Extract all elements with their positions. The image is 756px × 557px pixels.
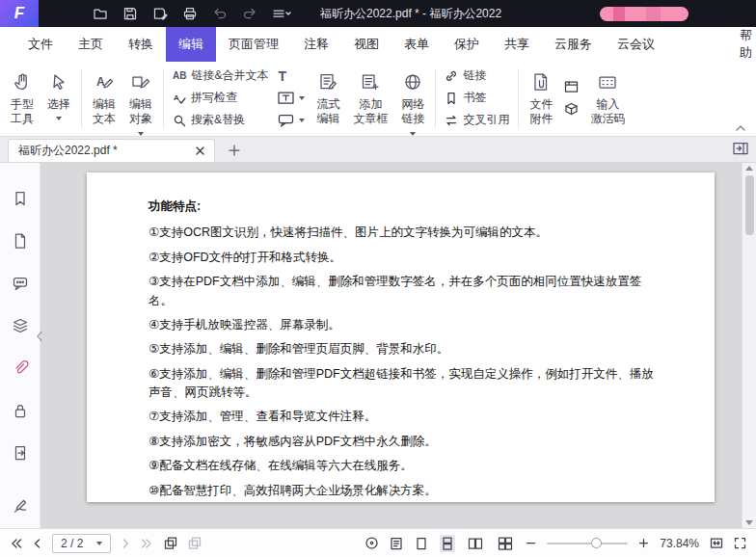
scroll-up-arrow[interactable]	[745, 166, 753, 171]
layers-panel-icon[interactable]	[12, 317, 29, 334]
vertical-scrollbar[interactable]	[742, 163, 756, 528]
open-file-icon[interactable]	[93, 6, 108, 21]
facing-view-icon[interactable]	[466, 535, 485, 552]
callout-button[interactable]	[276, 111, 307, 130]
fullscreen-icon[interactable]	[734, 537, 746, 549]
tab-file[interactable]: 文件	[15, 27, 66, 62]
add-article-box-button[interactable]: 添加 文章框	[346, 65, 394, 132]
ribbon-divider	[163, 68, 164, 128]
browser-plugin-button[interactable]	[562, 77, 580, 96]
chain-link-icon	[445, 69, 458, 83]
tab-cloud-service[interactable]: 云服务	[542, 27, 605, 62]
doc-line[interactable]: ④支持手机放映遥控器、屏幕录制。	[148, 316, 657, 334]
plugin-tools-group	[559, 65, 583, 132]
doc-line[interactable]: ⑨配备文档在线存储、在线编辑等六大在线服务。	[148, 457, 657, 475]
save-icon[interactable]	[122, 6, 138, 21]
edit-text-button[interactable]: A 编辑 文本	[86, 65, 122, 132]
web-link-button[interactable]: 网络 链接	[394, 65, 431, 132]
text-box-button[interactable]	[276, 89, 307, 108]
tab-edit[interactable]: 编辑	[166, 27, 216, 62]
navigation-sidebar	[0, 163, 40, 528]
reading-mode-icon[interactable]	[390, 537, 403, 550]
prev-view-button[interactable]	[164, 537, 177, 549]
undo-icon[interactable]	[212, 6, 228, 21]
scroll-down-arrow[interactable]	[745, 520, 753, 525]
redo-icon[interactable]	[242, 6, 257, 21]
tab-page-management[interactable]: 页面管理	[216, 27, 291, 62]
bookmark-button[interactable]: 书签	[443, 89, 511, 108]
bookmarks-panel-icon[interactable]	[12, 190, 29, 207]
tab-cloud-meeting[interactable]: 云会议	[605, 27, 667, 62]
tab-view[interactable]: 视图	[341, 27, 392, 62]
doc-line[interactable]: ⑥支持添加、编辑、删除和管理PDF文档超链接和书签，实现自定义操作，例如打开文件…	[148, 365, 657, 403]
doc-line[interactable]: ⑤支持添加、编辑、删除和管理页眉页脚、背景和水印。	[148, 340, 657, 358]
customize-toolbar-icon[interactable]	[272, 6, 291, 21]
quick-access-toolbar	[93, 6, 291, 21]
doc-heading[interactable]: 功能特点:	[148, 198, 657, 216]
tab-form[interactable]: 表单	[392, 27, 442, 62]
close-tab-icon[interactable]	[196, 146, 204, 155]
document-tab[interactable]: 福昕办公2022.pdf *	[8, 139, 215, 162]
facing-continuous-view-icon[interactable]	[496, 535, 515, 552]
right-panel-toggle[interactable]	[733, 142, 748, 155]
cross-reference-button[interactable]: 交叉引用	[443, 111, 511, 130]
file-attachment-button[interactable]: 文件 附件	[523, 65, 559, 132]
scrollbar-thumb[interactable]	[745, 175, 754, 235]
prev-page-button[interactable]	[33, 538, 41, 549]
next-view-button[interactable]	[188, 537, 202, 549]
zoom-slider-thumb[interactable]	[591, 538, 602, 548]
zoom-out-button[interactable]	[526, 538, 536, 548]
hand-icon	[12, 71, 33, 93]
doc-line[interactable]: ⑩配备智慧打印、高效招聘两大企业场景化解决方案。	[148, 482, 657, 500]
edit-object-button[interactable]: 编辑 对象	[122, 65, 159, 132]
add-text-button[interactable]: T	[276, 66, 307, 86]
zoom-slider[interactable]	[547, 543, 628, 544]
fit-width-icon[interactable]	[710, 537, 723, 549]
last-page-button[interactable]	[141, 538, 153, 549]
link-button[interactable]: 链接	[443, 66, 511, 86]
print-icon[interactable]	[182, 6, 198, 21]
zoom-in-button[interactable]	[638, 538, 649, 548]
actual-size-icon[interactable]	[364, 536, 379, 550]
document-viewport[interactable]: 功能特点: ①支持OCR图文识别，快速将扫描件、图片上的文字转换为可编辑的文本。…	[40, 163, 742, 528]
new-tab-button[interactable]	[229, 145, 240, 156]
document-tab-label: 福昕办公2022.pdf *	[18, 143, 118, 159]
signature-tool-icon[interactable]	[12, 497, 29, 515]
link-merge-text-button[interactable]: AB 链接&合并文本	[171, 66, 270, 86]
page-number-box[interactable]: 2 / 2	[52, 534, 111, 553]
collapse-sidebar-handle[interactable]	[36, 331, 43, 342]
tab-protect[interactable]: 保护	[442, 27, 492, 62]
doc-line[interactable]: ②支持OFD文件的打开和格式转换。	[148, 249, 657, 267]
spell-check-button[interactable]: A 拼写检查	[171, 89, 270, 108]
doc-line[interactable]: ①支持OCR图文识别，快速将扫描件、图片上的文字转换为可编辑的文本。	[148, 224, 657, 242]
app-logo[interactable]: F	[0, 0, 39, 27]
continuous-view-icon[interactable]	[440, 535, 455, 552]
first-page-button[interactable]	[10, 538, 22, 549]
tab-home[interactable]: 主页	[66, 27, 116, 62]
single-page-view-icon[interactable]	[414, 535, 429, 552]
comments-panel-icon[interactable]	[12, 275, 29, 292]
tab-convert[interactable]: 转换	[116, 27, 166, 62]
tab-help-clipped[interactable]: 帮助	[736, 27, 756, 62]
doc-line[interactable]: ⑧支持添加密文，将敏感内容从PDF文档中永久删除。	[148, 433, 657, 451]
doc-line[interactable]: ③支持在PDF文档中添加、编辑、删除和管理数字签名，并在多个页面的相同位置快速放…	[148, 273, 657, 310]
titlebar: F 福昕办公2022.pdf * - 福昕办公2022	[0, 0, 756, 27]
select-tool-button[interactable]: 选择	[40, 65, 77, 132]
security-panel-icon[interactable]	[12, 402, 29, 419]
tab-share[interactable]: 共享	[492, 27, 542, 62]
activation-code-button[interactable]: 输入 激活码	[583, 65, 632, 132]
flow-edit-button[interactable]: 流式 编辑	[310, 65, 346, 132]
next-page-button[interactable]	[122, 538, 130, 549]
text-box-dropdown-caret	[299, 96, 305, 100]
collapse-ribbon-button[interactable]	[735, 124, 746, 132]
save-as-icon[interactable]	[152, 6, 168, 21]
search-replace-button[interactable]: 搜索&替换	[171, 111, 270, 130]
tab-comment[interactable]: 注释	[291, 27, 341, 62]
attachments-panel-icon[interactable]	[12, 359, 29, 377]
page-thumbnails-panel-icon[interactable]	[12, 232, 29, 250]
destinations-panel-icon[interactable]	[12, 444, 29, 462]
package-button[interactable]	[562, 99, 580, 119]
doc-line[interactable]: ⑦支持添加、管理、查看和导览文件注释。	[148, 408, 657, 426]
hand-tool-button[interactable]: 手型 工具	[4, 65, 40, 132]
web-link-label: 网络 链接	[401, 97, 424, 127]
